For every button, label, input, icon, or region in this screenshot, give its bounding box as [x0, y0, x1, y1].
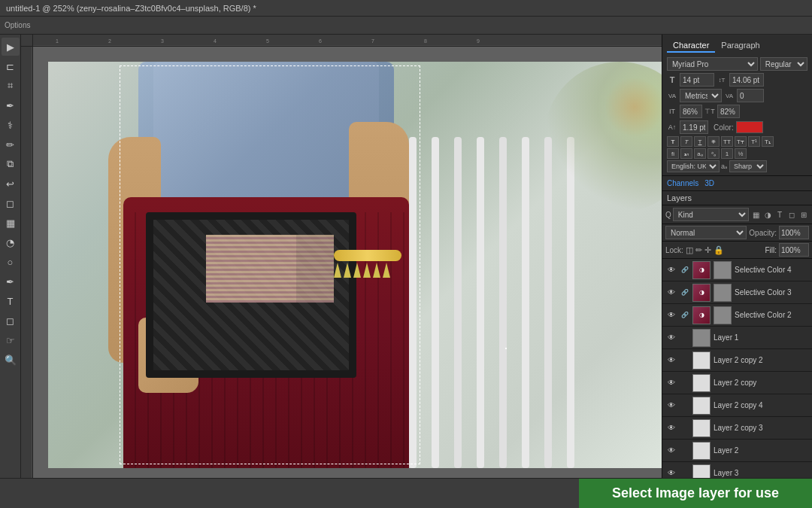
layer-item[interactable]: 👁🔗◑Selective Color 2: [662, 304, 812, 327]
auto-leading-input[interactable]: [729, 73, 764, 87]
tool-crop[interactable]: ⌗: [2, 77, 20, 95]
layer-visibility-toggle[interactable]: 👁: [665, 400, 677, 412]
layer-visibility-toggle[interactable]: 👁: [665, 377, 677, 389]
baseline-input[interactable]: [680, 120, 708, 134]
italic-btn[interactable]: T: [680, 136, 692, 147]
layer-thumbnail: ◑: [692, 261, 710, 279]
opacity-input[interactable]: [779, 226, 809, 239]
layer-link-icon: [680, 422, 689, 434]
layer-item[interactable]: 👁Layer 2 copy: [662, 372, 812, 394]
anti-alias-select[interactable]: Sharp: [729, 160, 767, 172]
layer-visibility-toggle[interactable]: 👁: [665, 354, 677, 367]
filter-pixel-icon[interactable]: ▦: [750, 209, 761, 220]
filter-adjustment-icon[interactable]: ◑: [762, 209, 773, 220]
tool-eyedropper[interactable]: ✒: [2, 96, 20, 114]
layer-thumbnail: [692, 419, 710, 437]
subscript-btn[interactable]: T₁: [762, 136, 774, 147]
title-bar: untitled-1 @ 252% (zeny–rosalina–Z3tc0Bf…: [0, 0, 812, 17]
layer-item[interactable]: 👁Layer 2 copy 3: [662, 417, 812, 440]
tool-history[interactable]: ↩: [2, 175, 20, 193]
layer-link-icon: [680, 354, 689, 367]
font-family-select[interactable]: Myriad Pro: [667, 57, 758, 71]
tool-zoom[interactable]: 🔍: [2, 351, 20, 369]
tool-dodge[interactable]: ○: [2, 253, 20, 271]
canvas-content[interactable]: [33, 47, 662, 478]
tool-brush[interactable]: ✏: [2, 135, 20, 154]
tool-pen[interactable]: ✒: [2, 272, 20, 291]
tool-text[interactable]: T: [2, 292, 20, 310]
channels-link[interactable]: Channels: [667, 179, 698, 187]
language-row: English: UK aₐ Sharp: [667, 160, 807, 172]
blend-mode-select[interactable]: Normal: [665, 226, 747, 239]
character-panel: Character Paragraph Myriad Pro Regular T…: [662, 35, 812, 176]
bold-btn[interactable]: T: [667, 136, 679, 147]
layer-name-label: Layer 1: [714, 333, 809, 342]
smallcaps-btn[interactable]: Tᴛ: [735, 136, 747, 147]
underline-btn[interactable]: T: [694, 136, 706, 147]
tool-lasso[interactable]: ⊏: [2, 57, 20, 75]
layer-visibility-toggle[interactable]: 👁: [665, 264, 677, 276]
color-swatch[interactable]: [736, 121, 763, 133]
language-select[interactable]: English: UK: [667, 160, 720, 172]
tool-eraser[interactable]: ◻: [2, 194, 20, 212]
layers-list[interactable]: 👁🔗◑Selective Color 4👁🔗◑Selective Color 3…: [662, 259, 812, 478]
filter-type-icon[interactable]: T: [774, 209, 785, 220]
old-style-btn[interactable]: ₃ₙ: [680, 148, 692, 159]
layer-item[interactable]: 👁Layer 2 copy 4: [662, 394, 812, 417]
tool-gradient[interactable]: ▦: [2, 214, 20, 232]
layer-visibility-toggle[interactable]: 👁: [665, 332, 677, 344]
layer-item[interactable]: 👁Layer 2 copy 2: [662, 349, 812, 372]
layer-item[interactable]: 👁🔗◑Selective Color 4: [662, 259, 812, 281]
font-family-row: Myriad Pro Regular: [667, 57, 807, 71]
tool-move[interactable]: ▶: [2, 38, 20, 56]
filter-shape-icon[interactable]: ◻: [786, 209, 797, 220]
tool-blur[interactable]: ◔: [2, 233, 20, 251]
svg-text:7: 7: [371, 38, 374, 44]
superscript-btn[interactable]: T¹: [748, 136, 760, 147]
layer-visibility-toggle[interactable]: 👁: [665, 467, 677, 479]
kerning-input[interactable]: [737, 89, 764, 102]
bottom-bar: Select Image layer for use: [0, 478, 812, 508]
lock-position-icon[interactable]: ✛: [704, 245, 711, 255]
tool-shape[interactable]: ◻: [2, 312, 20, 330]
font-size-input[interactable]: [680, 73, 714, 87]
layer-name-label: Selective Color 3: [735, 288, 809, 297]
scale-h-input[interactable]: [717, 105, 740, 118]
filter-smartobj-icon[interactable]: ⊞: [798, 209, 809, 220]
layer-item[interactable]: 👁Layer 3: [662, 462, 812, 478]
layer-item[interactable]: 👁Layer 2: [662, 440, 812, 462]
lock-pixels-icon[interactable]: ✏: [695, 245, 702, 255]
ligate-btn[interactable]: fi: [667, 148, 679, 159]
layer-visibility-toggle[interactable]: 👁: [665, 309, 677, 321]
aa-label: aₐ: [721, 163, 728, 170]
frac-num-btn[interactable]: 1: [721, 148, 733, 159]
layer-link-icon: [680, 445, 689, 457]
tab-paragraph[interactable]: Paragraph: [715, 39, 765, 53]
tool-heal[interactable]: ⚕: [2, 116, 20, 134]
subscript2-btn[interactable]: aₐ: [694, 148, 706, 159]
layer-item[interactable]: 👁🔗◑Selective Color 3: [662, 281, 812, 304]
frac-btn[interactable]: ½: [735, 148, 747, 159]
svg-text:8: 8: [424, 38, 427, 44]
left-toolbar: ▶ ⊏ ⌗ ✒ ⚕ ✏ ⧉ ↩ ◻ ▦ ◔ ○ ✒ T ◻ ☞ 🔍: [0, 35, 21, 478]
tool-hand[interactable]: ☞: [2, 331, 20, 349]
layer-visibility-toggle[interactable]: 👁: [665, 287, 677, 299]
lock-transparency-icon[interactable]: ◫: [686, 245, 693, 255]
lock-all-icon[interactable]: 🔒: [714, 245, 724, 255]
layer-visibility-toggle[interactable]: 👁: [665, 445, 677, 457]
strikethrough-btn[interactable]: T: [707, 136, 720, 147]
scale-v-input[interactable]: [680, 105, 702, 118]
font-style-select[interactable]: Regular: [760, 57, 807, 71]
three-d-link[interactable]: 3D: [704, 179, 714, 187]
tab-character[interactable]: Character: [667, 39, 715, 53]
green-banner[interactable]: Select Image layer for use: [579, 479, 812, 508]
allcaps-btn[interactable]: TT: [721, 136, 733, 147]
superscript2-btn[interactable]: ᵃₐ: [707, 148, 720, 159]
layer-visibility-toggle[interactable]: 👁: [665, 422, 677, 434]
svg-text:1: 1: [56, 38, 59, 44]
tool-clone[interactable]: ⧉: [2, 155, 20, 173]
layer-item[interactable]: 👁Layer 1: [662, 327, 812, 349]
kind-select[interactable]: Kind: [673, 208, 749, 221]
metrics-select[interactable]: Metrics: [680, 89, 722, 102]
fill-input[interactable]: [779, 243, 809, 257]
